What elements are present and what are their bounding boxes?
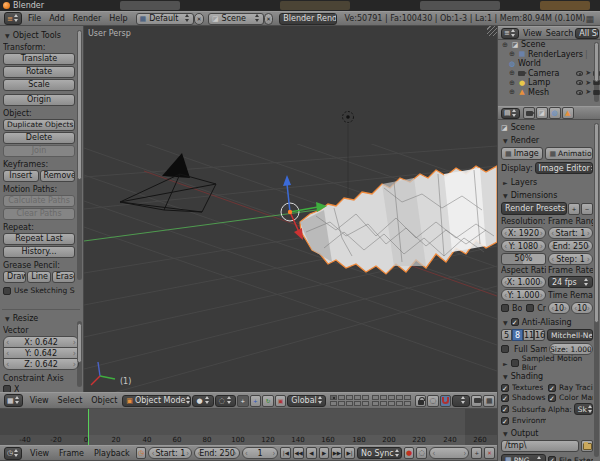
calculate-paths-button[interactable]: Calculate Paths (3, 195, 75, 207)
frame-end-field[interactable]: End: 250 (548, 240, 593, 252)
display-mode-selector[interactable]: Image Editor (535, 162, 593, 174)
repeat-last-button[interactable]: Repeat Last (3, 233, 75, 245)
tab-render[interactable] (523, 107, 535, 119)
next-keyframe-button[interactable]: ▶▶ (331, 447, 342, 459)
lock-to-scene-button[interactable] (415, 395, 427, 407)
menu-select[interactable]: Select (58, 396, 83, 405)
preset-add-button[interactable]: + (568, 203, 580, 215)
translate-button[interactable]: Translate (3, 53, 75, 65)
keying-set-button[interactable]: ◌ (416, 447, 427, 459)
lamp-object[interactable] (343, 112, 354, 197)
current-frame-indicator[interactable] (88, 409, 89, 445)
outliner-menu-view[interactable]: View (523, 29, 542, 38)
frame-rate-selector[interactable]: 24 fps (548, 276, 593, 288)
tab-object[interactable]: ▲ (562, 107, 574, 119)
view3d-editor-selector[interactable]: ▦ (4, 394, 23, 407)
pivot-point-selector[interactable]: ◌ (215, 395, 236, 407)
grease-line-button[interactable]: Line (27, 271, 50, 283)
jump-to-start-button[interactable]: |◀ (280, 447, 291, 459)
remove-keyframe-button[interactable]: Remove (40, 170, 76, 182)
aa-samples-8-button[interactable]: 8 (512, 329, 523, 341)
full-sample-checkbox[interactable] (501, 345, 509, 353)
window-duplicate-icon[interactable]: ▦ (585, 15, 594, 23)
outliner-menu-search[interactable]: Search (546, 29, 573, 38)
timeline-menu-frame[interactable]: Frame (59, 449, 84, 458)
play-button[interactable]: ▶ (319, 447, 330, 459)
insert-keyframes-button[interactable]: + (471, 447, 482, 459)
area-resize-grip[interactable] (487, 26, 497, 36)
resize-panel-scrollbar[interactable] (77, 321, 82, 387)
grease-erase-button[interactable]: Erase (52, 271, 75, 283)
visibility-eye-icon[interactable] (576, 80, 583, 85)
viewport-canvas[interactable] (84, 26, 497, 392)
jump-to-end-button[interactable]: ▶| (344, 447, 355, 459)
origin-button[interactable]: Origin (3, 94, 75, 106)
outliner-filter-selector[interactable]: All Scene (575, 28, 599, 39)
object-tools-panel-header[interactable]: ▼ Object Tools (3, 30, 75, 40)
use-preview-range-toggle[interactable]: ◷ (136, 447, 147, 459)
file-browse-button[interactable] (581, 440, 593, 452)
timeline-editor-selector[interactable]: ◷ (4, 447, 22, 460)
aa-samples-16-button[interactable]: 16 (534, 329, 545, 341)
frame-step-field[interactable]: Step: 1 (548, 253, 593, 265)
manipulator-x-arrow[interactable] (290, 212, 299, 232)
tab-scene[interactable]: ◪ (536, 107, 548, 119)
duplicate-objects-button[interactable]: Duplicate Objects (3, 119, 75, 131)
resize-panel-header[interactable]: ▼ Resize (3, 313, 79, 323)
aspect-x-field[interactable]: X: 1.000 (501, 276, 546, 288)
render-presets-selector[interactable]: Render Presets (501, 202, 567, 215)
menu-help[interactable]: Help (109, 14, 127, 23)
render-panel-header[interactable]: ▼ Render (501, 135, 593, 145)
subsurface-checkbox[interactable] (501, 405, 509, 413)
timeline-menu-view[interactable]: View (30, 449, 49, 458)
use-sketching-sessions-checkbox[interactable] (3, 287, 11, 295)
expand-icon[interactable]: ⊕ (501, 41, 509, 49)
expand-icon[interactable]: ⊕ (508, 69, 516, 77)
resolution-percentage-slider[interactable]: 50% (501, 253, 546, 265)
insert-keyframe-button[interactable]: Insert (3, 170, 39, 182)
clear-paths-button[interactable]: Clear Paths (3, 208, 75, 220)
output-path-field[interactable]: /tmp\ (501, 440, 579, 452)
menu-add[interactable]: Add (49, 14, 65, 23)
manipulator-scale-button[interactable]: ▣ (275, 395, 287, 407)
visibility-eye-icon[interactable] (576, 71, 583, 76)
properties-scrollbar[interactable] (594, 123, 599, 457)
resolution-y-field[interactable]: Y: 1080 (501, 240, 546, 252)
render-opengl-button[interactable] (471, 395, 483, 407)
tab-world[interactable]: ◍ (549, 107, 561, 119)
crop-checkbox[interactable] (526, 304, 534, 312)
layers-panel-header[interactable]: ► Layers (501, 177, 593, 187)
selectability-cursor-icon[interactable]: ➤ (585, 79, 591, 87)
motion-blur-panel-header[interactable]: ► Sampled Motion Blur (501, 358, 593, 368)
file-extensions-checkbox[interactable] (548, 456, 556, 461)
render-image-button[interactable]: ▦ Image (501, 147, 543, 160)
play-reverse-button[interactable]: ◀ (306, 447, 317, 459)
outliner-editor-selector[interactable]: ≡ (501, 28, 519, 39)
expand-icon[interactable]: ⊕ (508, 79, 516, 87)
outliner-row-renderlayers[interactable]: ⊕ ▦ RenderLayers | (498, 50, 600, 60)
render-opengl-anim-button[interactable]: ▦ (483, 395, 495, 407)
frame-start-field[interactable]: Start: 1 (148, 447, 192, 459)
delete-button[interactable]: Delete (3, 132, 75, 144)
menu-view[interactable]: View (30, 396, 49, 405)
transform-orientation-selector[interactable]: Global (287, 395, 326, 407)
auto-keyframe-button[interactable]: ● (404, 447, 415, 459)
time-remap-old-field[interactable]: 10 (548, 302, 570, 314)
viewport-shading-selector[interactable]: ● (192, 395, 213, 407)
output-panel-header[interactable]: ▼ Output (501, 428, 593, 438)
ray-tracing-checkbox[interactable] (548, 384, 556, 392)
constraint-x-checkbox[interactable] (3, 385, 11, 392)
antialiasing-panel-header[interactable]: ▼ Anti-Aliasing (501, 317, 593, 327)
frame-start-field[interactable]: Start: 1 (548, 227, 593, 239)
outliner-row-lamp[interactable]: ⊕ ● Lamp ➤ (498, 78, 600, 88)
tool-shelf-scrollbar[interactable] (77, 30, 82, 280)
visibility-eye-icon[interactable] (576, 90, 583, 95)
time-remap-new-field[interactable]: 10 (571, 302, 593, 314)
motion-blur-checkbox[interactable] (511, 359, 519, 367)
aa-filter-selector[interactable]: Mitchell-Ne (547, 329, 593, 341)
frame-end-field[interactable]: End: 250 (194, 447, 240, 459)
selectability-cursor-icon[interactable]: ➤ (585, 69, 591, 77)
menu-object[interactable]: Object (91, 396, 117, 405)
selectability-cursor-icon[interactable]: ➤ (585, 88, 591, 96)
shadows-checkbox[interactable] (501, 394, 509, 402)
